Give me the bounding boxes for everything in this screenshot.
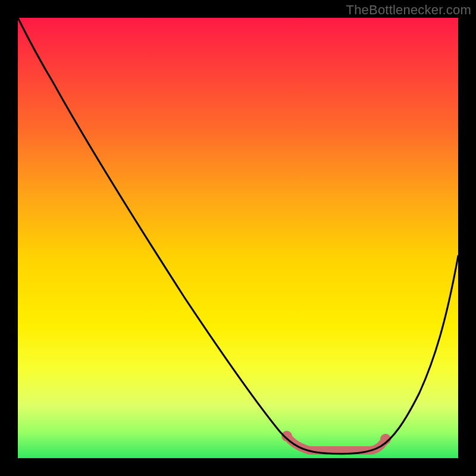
chart-svg	[18, 18, 458, 458]
bottleneck-curve	[18, 18, 458, 454]
plot-area	[18, 18, 458, 458]
watermark-text: TheBottlenecker.com	[346, 2, 471, 18]
chart-frame: TheBottlenecker.com	[0, 0, 476, 476]
